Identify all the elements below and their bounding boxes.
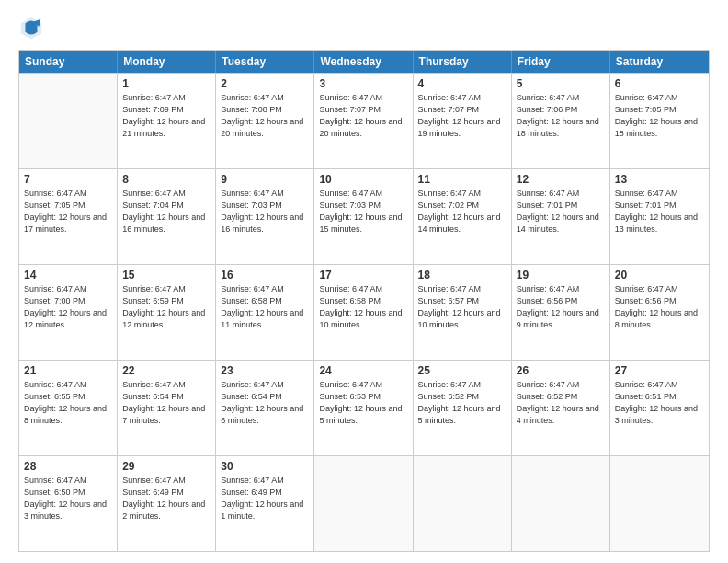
calendar-cell: 15Sunrise: 6:47 AM Sunset: 6:59 PM Dayli…	[118, 265, 216, 360]
cell-info: Sunrise: 6:47 AM Sunset: 6:54 PM Dayligh…	[122, 379, 210, 427]
header-day-sunday: Sunday	[19, 51, 118, 73]
cell-info: Sunrise: 6:47 AM Sunset: 7:07 PM Dayligh…	[319, 92, 407, 140]
day-number: 8	[122, 173, 210, 186]
cell-info: Sunrise: 6:47 AM Sunset: 6:52 PM Dayligh…	[517, 379, 605, 427]
calendar-cell	[610, 456, 709, 551]
header-day-wednesday: Wednesday	[314, 51, 413, 73]
day-number: 7	[24, 173, 112, 186]
calendar-cell: 9Sunrise: 6:47 AM Sunset: 7:03 PM Daylig…	[216, 169, 314, 264]
header-day-monday: Monday	[118, 51, 216, 73]
header-day-saturday: Saturday	[610, 51, 709, 73]
calendar-cell: 24Sunrise: 6:47 AM Sunset: 6:53 PM Dayli…	[314, 361, 413, 455]
cell-info: Sunrise: 6:47 AM Sunset: 7:01 PM Dayligh…	[517, 188, 605, 236]
calendar-cell: 14Sunrise: 6:47 AM Sunset: 7:00 PM Dayli…	[19, 265, 118, 360]
calendar-cell: 5Sunrise: 6:47 AM Sunset: 7:06 PM Daylig…	[512, 74, 610, 168]
cell-info: Sunrise: 6:47 AM Sunset: 6:49 PM Dayligh…	[122, 475, 210, 523]
calendar-cell: 19Sunrise: 6:47 AM Sunset: 6:56 PM Dayli…	[512, 265, 610, 360]
calendar-cell: 17Sunrise: 6:47 AM Sunset: 6:58 PM Dayli…	[314, 265, 413, 360]
day-number: 1	[122, 77, 210, 90]
calendar-cell: 20Sunrise: 6:47 AM Sunset: 6:56 PM Dayli…	[610, 265, 709, 360]
day-number: 10	[319, 173, 407, 186]
calendar-cell: 3Sunrise: 6:47 AM Sunset: 7:07 PM Daylig…	[314, 74, 413, 168]
cell-info: Sunrise: 6:47 AM Sunset: 7:07 PM Dayligh…	[418, 92, 506, 140]
day-number: 25	[418, 364, 506, 377]
cell-info: Sunrise: 6:47 AM Sunset: 7:03 PM Dayligh…	[319, 188, 407, 236]
calendar-cell: 6Sunrise: 6:47 AM Sunset: 7:05 PM Daylig…	[610, 74, 709, 168]
calendar-cell: 23Sunrise: 6:47 AM Sunset: 6:54 PM Dayli…	[216, 361, 314, 455]
calendar-cell: 12Sunrise: 6:47 AM Sunset: 7:01 PM Dayli…	[512, 169, 610, 264]
day-number: 4	[418, 77, 506, 90]
calendar-cell: 26Sunrise: 6:47 AM Sunset: 6:52 PM Dayli…	[512, 361, 610, 455]
day-number: 17	[319, 269, 407, 282]
day-number: 15	[122, 269, 210, 282]
day-number: 23	[221, 364, 309, 377]
logo-icon	[18, 15, 44, 40]
cell-info: Sunrise: 6:47 AM Sunset: 6:58 PM Dayligh…	[319, 283, 407, 331]
cell-info: Sunrise: 6:47 AM Sunset: 6:53 PM Dayligh…	[319, 379, 407, 427]
cell-info: Sunrise: 6:47 AM Sunset: 7:08 PM Dayligh…	[221, 92, 309, 140]
day-number: 24	[319, 364, 407, 377]
calendar-cell: 28Sunrise: 6:47 AM Sunset: 6:50 PM Dayli…	[19, 456, 118, 551]
header-day-thursday: Thursday	[414, 51, 512, 73]
day-number: 6	[615, 77, 704, 90]
day-number: 5	[517, 77, 605, 90]
cell-info: Sunrise: 6:47 AM Sunset: 7:02 PM Dayligh…	[418, 188, 506, 236]
day-number: 9	[221, 173, 309, 186]
day-number: 14	[24, 269, 112, 282]
cell-info: Sunrise: 6:47 AM Sunset: 6:54 PM Dayligh…	[221, 379, 309, 427]
calendar: SundayMondayTuesdayWednesdayThursdayFrid…	[18, 50, 710, 552]
calendar-body: 1Sunrise: 6:47 AM Sunset: 7:09 PM Daylig…	[19, 73, 709, 551]
cell-info: Sunrise: 6:47 AM Sunset: 7:05 PM Dayligh…	[615, 92, 704, 140]
cell-info: Sunrise: 6:47 AM Sunset: 7:01 PM Dayligh…	[615, 188, 704, 236]
day-number: 28	[24, 460, 112, 473]
header-day-friday: Friday	[512, 51, 610, 73]
calendar-row: 21Sunrise: 6:47 AM Sunset: 6:55 PM Dayli…	[19, 360, 709, 455]
calendar-cell: 25Sunrise: 6:47 AM Sunset: 6:52 PM Dayli…	[414, 361, 512, 455]
cell-info: Sunrise: 6:47 AM Sunset: 6:52 PM Dayligh…	[418, 379, 506, 427]
calendar-cell: 29Sunrise: 6:47 AM Sunset: 6:49 PM Dayli…	[118, 456, 216, 551]
cell-info: Sunrise: 6:47 AM Sunset: 6:51 PM Dayligh…	[615, 379, 704, 427]
day-number: 29	[122, 460, 210, 473]
cell-info: Sunrise: 6:47 AM Sunset: 6:58 PM Dayligh…	[221, 283, 309, 331]
calendar-cell: 4Sunrise: 6:47 AM Sunset: 7:07 PM Daylig…	[414, 74, 512, 168]
day-number: 22	[122, 364, 210, 377]
day-number: 26	[517, 364, 605, 377]
calendar-row: 1Sunrise: 6:47 AM Sunset: 7:09 PM Daylig…	[19, 73, 709, 168]
calendar-cell: 11Sunrise: 6:47 AM Sunset: 7:02 PM Dayli…	[414, 169, 512, 264]
cell-info: Sunrise: 6:47 AM Sunset: 7:05 PM Dayligh…	[24, 188, 112, 236]
day-number: 12	[517, 173, 605, 186]
calendar-cell: 21Sunrise: 6:47 AM Sunset: 6:55 PM Dayli…	[19, 361, 118, 455]
day-number: 11	[418, 173, 506, 186]
calendar-cell: 30Sunrise: 6:47 AM Sunset: 6:49 PM Dayli…	[216, 456, 314, 551]
header-day-tuesday: Tuesday	[216, 51, 314, 73]
cell-info: Sunrise: 6:47 AM Sunset: 7:09 PM Dayligh…	[122, 92, 210, 140]
calendar-cell	[314, 456, 413, 551]
calendar-row: 28Sunrise: 6:47 AM Sunset: 6:50 PM Dayli…	[19, 455, 709, 551]
cell-info: Sunrise: 6:47 AM Sunset: 6:56 PM Dayligh…	[615, 283, 704, 331]
cell-info: Sunrise: 6:47 AM Sunset: 6:55 PM Dayligh…	[24, 379, 112, 427]
cell-info: Sunrise: 6:47 AM Sunset: 6:56 PM Dayligh…	[517, 283, 605, 331]
calendar-cell	[19, 74, 118, 168]
calendar-cell: 22Sunrise: 6:47 AM Sunset: 6:54 PM Dayli…	[118, 361, 216, 455]
cell-info: Sunrise: 6:47 AM Sunset: 6:57 PM Dayligh…	[418, 283, 506, 331]
day-number: 2	[221, 77, 309, 90]
calendar-header: SundayMondayTuesdayWednesdayThursdayFrid…	[19, 51, 709, 73]
calendar-cell	[512, 456, 610, 551]
cell-info: Sunrise: 6:47 AM Sunset: 7:06 PM Dayligh…	[517, 92, 605, 140]
day-number: 30	[221, 460, 309, 473]
day-number: 13	[615, 173, 704, 186]
day-number: 27	[615, 364, 704, 377]
calendar-row: 14Sunrise: 6:47 AM Sunset: 7:00 PM Dayli…	[19, 264, 709, 360]
logo	[18, 15, 48, 40]
day-number: 16	[221, 269, 309, 282]
calendar-cell	[414, 456, 512, 551]
day-number: 19	[517, 269, 605, 282]
header	[18, 15, 710, 40]
cell-info: Sunrise: 6:47 AM Sunset: 6:49 PM Dayligh…	[221, 475, 309, 523]
day-number: 3	[319, 77, 407, 90]
calendar-row: 7Sunrise: 6:47 AM Sunset: 7:05 PM Daylig…	[19, 168, 709, 264]
calendar-cell: 1Sunrise: 6:47 AM Sunset: 7:09 PM Daylig…	[118, 74, 216, 168]
calendar-cell: 13Sunrise: 6:47 AM Sunset: 7:01 PM Dayli…	[610, 169, 709, 264]
calendar-cell: 8Sunrise: 6:47 AM Sunset: 7:04 PM Daylig…	[118, 169, 216, 264]
calendar-cell: 18Sunrise: 6:47 AM Sunset: 6:57 PM Dayli…	[414, 265, 512, 360]
